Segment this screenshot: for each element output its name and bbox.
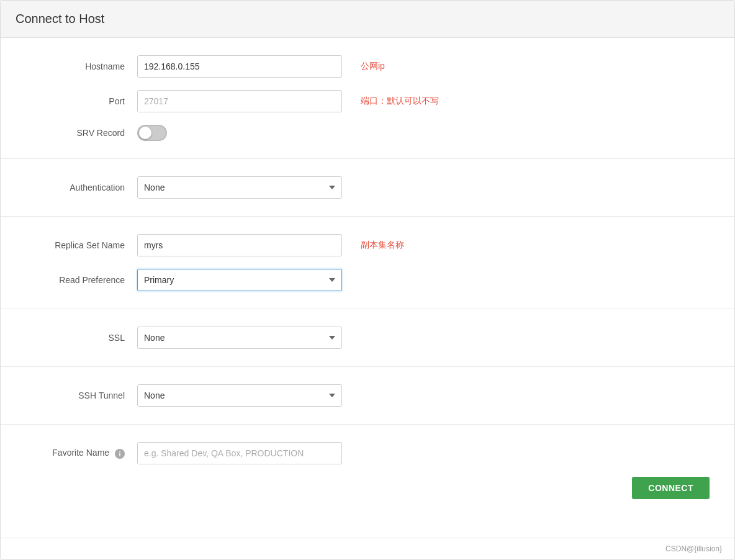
ssh-label: SSH Tunnel: [25, 391, 137, 400]
ssl-row: SSL None Unvalidated Server Validation A…: [1, 327, 734, 349]
port-input[interactable]: [137, 90, 342, 112]
info-icon[interactable]: i: [115, 449, 125, 459]
read-pref-label: Read Preference: [25, 275, 137, 285]
ssh-select[interactable]: None Use Password Use Identity File: [137, 384, 342, 407]
ssh-row: SSH Tunnel None Use Password Use Identit…: [1, 384, 734, 407]
port-label: Port: [25, 96, 137, 106]
main-window: Connect to Host Hostname 公网ip Port 端口：默认…: [0, 0, 735, 560]
connect-row: CONNECT: [1, 477, 734, 499]
srv-toggle[interactable]: [137, 125, 167, 141]
auth-label: Authentication: [25, 183, 137, 192]
read-pref-select[interactable]: Primary Primary Preferred Secondary Seco…: [137, 269, 342, 291]
section-ssl: SSL None Unvalidated Server Validation A…: [1, 309, 734, 367]
srv-row: SRV Record: [1, 125, 734, 141]
hostname-label: Hostname: [25, 61, 137, 71]
auth-select[interactable]: None Username / Password X.509 Kerberos …: [137, 176, 342, 199]
ssl-select[interactable]: None Unvalidated Server Validation All V…: [137, 327, 342, 349]
favorite-input[interactable]: [137, 442, 342, 464]
section-connection: Hostname 公网ip Port 端口：默认可以不写 SRV Record: [1, 38, 734, 159]
auth-row: Authentication None Username / Password …: [1, 176, 734, 199]
window-header: Connect to Host: [1, 1, 734, 38]
section-ssh: SSH Tunnel None Use Password Use Identit…: [1, 367, 734, 425]
favorite-label: Favorite Name i: [25, 448, 137, 458]
page-title: Connect to Host: [16, 12, 719, 26]
ssl-label: SSL: [25, 333, 137, 343]
srv-label: SRV Record: [25, 128, 137, 138]
connect-button[interactable]: CONNECT: [632, 477, 710, 499]
form-container: Hostname 公网ip Port 端口：默认可以不写 SRV Record …: [1, 38, 734, 538]
replica-annotation: 副本集名称: [361, 240, 404, 251]
toggle-knob: [139, 127, 151, 139]
hostname-row: Hostname 公网ip: [1, 55, 734, 78]
port-row: Port 端口：默认可以不写: [1, 90, 734, 112]
port-annotation: 端口：默认可以不写: [361, 96, 439, 107]
watermark: CSDN@{illusion}: [1, 538, 734, 559]
replica-input[interactable]: [137, 234, 342, 256]
section-footer: Favorite Name i CONNECT: [1, 425, 734, 517]
hostname-input[interactable]: [137, 55, 342, 78]
read-pref-row: Read Preference Primary Primary Preferre…: [1, 269, 734, 291]
section-replica: Replica Set Name 副本集名称 Read Preference P…: [1, 217, 734, 309]
section-auth: Authentication None Username / Password …: [1, 159, 734, 217]
replica-row: Replica Set Name 副本集名称: [1, 234, 734, 256]
favorite-row: Favorite Name i: [1, 442, 734, 464]
hostname-annotation: 公网ip: [361, 61, 385, 72]
replica-label: Replica Set Name: [25, 240, 137, 250]
